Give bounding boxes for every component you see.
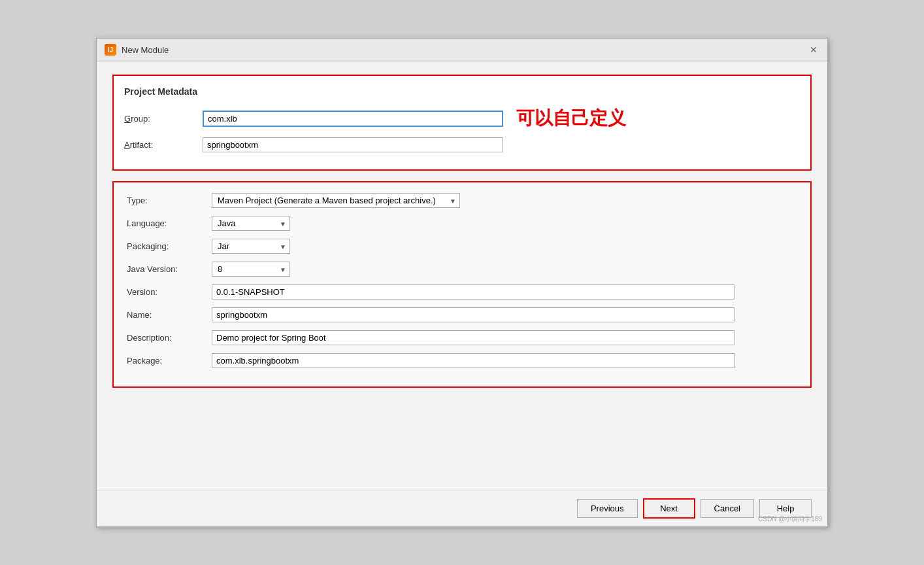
name-row: Name:: [127, 307, 797, 322]
type-row: Type: Maven Project (Generate a Maven ba…: [127, 193, 797, 208]
previous-button[interactable]: Previous: [577, 499, 638, 518]
version-input[interactable]: [212, 284, 734, 300]
app-icon-label: IJ: [108, 46, 113, 54]
artifact-input[interactable]: [203, 137, 503, 152]
type-select-wrapper: Maven Project (Generate a Maven based pr…: [212, 193, 460, 208]
title-bar: IJ New Module ✕: [97, 39, 827, 61]
description-label: Description:: [127, 333, 212, 343]
package-row: Package:: [127, 353, 797, 368]
java-version-row: Java Version: 8 11 17 21 ▼: [127, 262, 797, 277]
java-version-select[interactable]: 8 11 17 21: [212, 262, 290, 277]
packaging-select[interactable]: Jar War: [212, 239, 290, 254]
name-label: Name:: [127, 310, 212, 320]
metadata-section-title: Project Metadata: [124, 86, 800, 97]
button-bar: Previous Next Cancel Help: [97, 490, 827, 526]
packaging-select-wrapper: Jar War ▼: [212, 239, 290, 254]
packaging-label: Packaging:: [127, 241, 212, 251]
description-row: Description:: [127, 330, 797, 345]
language-row: Language: Java Kotlin Groovy ▼: [127, 216, 797, 231]
project-metadata-section: Project Metadata Group: 可以自己定义 Artifact:: [112, 75, 812, 171]
type-label: Type:: [127, 196, 212, 205]
new-module-dialog: IJ New Module ✕ Project Metadata Group: …: [96, 38, 828, 527]
artifact-label: Artifact:: [124, 140, 203, 150]
app-icon: IJ: [105, 44, 116, 56]
watermark: CSDN @小讲同学189: [758, 515, 822, 524]
close-button[interactable]: ✕: [808, 44, 819, 56]
next-button[interactable]: Next: [643, 498, 695, 519]
cancel-button[interactable]: Cancel: [701, 499, 754, 518]
package-label: Package:: [127, 356, 212, 366]
dialog-content: Project Metadata Group: 可以自己定义 Artifact:…: [97, 61, 827, 490]
language-select-wrapper: Java Kotlin Groovy ▼: [212, 216, 290, 231]
language-select[interactable]: Java Kotlin Groovy: [212, 216, 290, 231]
annotation-text: 可以自己定义: [516, 106, 626, 131]
spacer: [112, 398, 812, 477]
title-bar-left: IJ New Module: [105, 44, 169, 56]
language-label: Language:: [127, 218, 212, 228]
java-version-label: Java Version:: [127, 264, 212, 274]
package-input[interactable]: [212, 353, 734, 368]
packaging-row: Packaging: Jar War ▼: [127, 239, 797, 254]
type-select[interactable]: Maven Project (Generate a Maven based pr…: [212, 193, 460, 208]
version-label: Version:: [127, 287, 212, 297]
java-version-select-wrapper: 8 11 17 21 ▼: [212, 262, 290, 277]
description-input[interactable]: [212, 330, 734, 345]
version-row: Version:: [127, 284, 797, 300]
group-input[interactable]: [203, 111, 503, 127]
name-input[interactable]: [212, 307, 734, 322]
settings-section: Type: Maven Project (Generate a Maven ba…: [112, 181, 812, 388]
group-row: Group: 可以自己定义: [124, 106, 800, 131]
group-label: Group:: [124, 114, 203, 124]
artifact-row: Artifact:: [124, 137, 800, 152]
dialog-title: New Module: [122, 45, 169, 55]
